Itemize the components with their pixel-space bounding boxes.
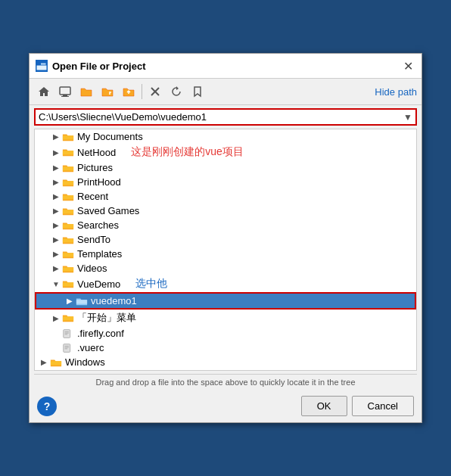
path-input[interactable] bbox=[39, 111, 403, 123]
svg-rect-3 bbox=[60, 87, 70, 95]
button-bar: ? OK Cancel bbox=[30, 390, 421, 422]
toolbar: Hide path bbox=[30, 79, 421, 105]
item-label: NetHood bbox=[77, 147, 116, 158]
expand-arrow: ▶ bbox=[50, 148, 62, 157]
tree-item-printhood[interactable]: ▶ PrintHood bbox=[35, 175, 416, 189]
folder-icon bbox=[62, 235, 74, 245]
dialog-icon bbox=[36, 60, 48, 72]
folder2-button[interactable] bbox=[98, 82, 117, 101]
folder-icon bbox=[62, 220, 74, 231]
tree-item-recent[interactable]: ▶ Recent bbox=[35, 189, 416, 204]
file-icon bbox=[62, 328, 74, 339]
item-label: Recent bbox=[77, 191, 108, 202]
tree-item-vuedemo1[interactable]: ▶ vuedemo1 bbox=[35, 292, 416, 310]
tree-item-pictures[interactable]: ▶ Pictures bbox=[35, 160, 416, 175]
folder-icon bbox=[62, 147, 74, 157]
status-text: Drag and drop a file into the space abov… bbox=[95, 378, 355, 387]
expand-arrow: ▶ bbox=[50, 221, 62, 229]
folder-icon bbox=[62, 249, 74, 260]
folder-icon bbox=[62, 313, 74, 323]
item-label: VueDemo bbox=[77, 278, 120, 290]
toolbar-separator bbox=[142, 84, 142, 99]
tree-item-nethood[interactable]: ▶ NetHood 这是刚刚创建的vue项目 bbox=[35, 144, 416, 160]
path-dropdown-button[interactable]: ▼ bbox=[403, 112, 412, 123]
item-label: Windows bbox=[65, 356, 105, 368]
item-label: Pictures bbox=[77, 162, 113, 173]
folder-icon bbox=[62, 163, 74, 173]
expand-arrow: ▶ bbox=[50, 250, 62, 258]
desktop-button[interactable] bbox=[55, 82, 75, 101]
svg-rect-5 bbox=[61, 96, 69, 97]
status-bar: Drag and drop a file into the space abov… bbox=[34, 374, 417, 390]
item-label: Saved Games bbox=[77, 205, 139, 216]
cancel-button[interactable]: Cancel bbox=[352, 396, 414, 416]
title-bar: Open File or Project ✕ bbox=[30, 54, 421, 79]
file-tree[interactable]: ▶ My Documents ▶ NetHood 这是刚刚创建的vue项目 ▶ … bbox=[34, 129, 417, 371]
select-annotation: 选中他 bbox=[135, 277, 167, 291]
folder-icon bbox=[62, 177, 74, 188]
svg-rect-8 bbox=[64, 329, 70, 338]
tree-item-vuerc[interactable]: .vuerc bbox=[35, 341, 416, 355]
item-label: vuedemo1 bbox=[91, 295, 137, 306]
help-button[interactable]: ? bbox=[37, 397, 57, 416]
home-button[interactable] bbox=[34, 82, 54, 101]
folder3-button[interactable] bbox=[119, 82, 138, 101]
bookmark-button[interactable] bbox=[188, 82, 207, 101]
tree-item-firefly-conf[interactable]: .firefly.conf bbox=[35, 326, 416, 341]
item-label: .firefly.conf bbox=[77, 328, 124, 339]
item-label: Videos bbox=[77, 263, 107, 274]
expand-arrow: ▶ bbox=[64, 297, 76, 305]
expand-arrow: ▶ bbox=[50, 163, 62, 172]
expand-arrow: ▶ bbox=[50, 314, 62, 322]
delete-button[interactable] bbox=[145, 82, 165, 101]
expand-arrow: ▶ bbox=[50, 264, 62, 272]
item-label: .vuerc bbox=[77, 342, 104, 353]
path-bar: ▼ bbox=[34, 108, 417, 126]
tree-item-sendto[interactable]: ▶ SendTo bbox=[35, 232, 416, 247]
expand-arrow: ▶ bbox=[50, 178, 62, 186]
close-button[interactable]: ✕ bbox=[400, 58, 415, 73]
tree-item-my-documents[interactable]: ▶ My Documents bbox=[35, 129, 416, 144]
vue-annotation: 这是刚刚创建的vue项目 bbox=[131, 145, 244, 159]
tree-item-windows[interactable]: ▶ Windows bbox=[35, 355, 416, 369]
item-label: 「开始」菜单 bbox=[77, 311, 136, 325]
svg-rect-2 bbox=[36, 65, 47, 70]
item-label: SendTo bbox=[77, 234, 110, 245]
hide-path-link[interactable]: Hide path bbox=[375, 86, 417, 98]
folder-icon bbox=[50, 357, 62, 368]
item-label: Searches bbox=[77, 219, 119, 231]
svg-rect-4 bbox=[63, 95, 67, 96]
folder-icon bbox=[62, 206, 74, 216]
expand-arrow: ▶ bbox=[50, 207, 62, 215]
folder-icon bbox=[62, 191, 74, 202]
folder-button[interactable] bbox=[76, 82, 96, 101]
tree-item-saved-games[interactable]: ▶ Saved Games bbox=[35, 204, 416, 218]
expand-arrow: ▶ bbox=[50, 235, 62, 244]
folder-icon bbox=[62, 263, 74, 274]
item-label: PrintHood bbox=[77, 176, 121, 188]
svg-rect-12 bbox=[64, 344, 70, 352]
tree-item-templates[interactable]: ▶ Templates bbox=[35, 247, 416, 261]
ok-button[interactable]: OK bbox=[301, 396, 347, 416]
tree-item-searches[interactable]: ▶ Searches bbox=[35, 218, 416, 232]
tree-item-videos[interactable]: ▶ Videos bbox=[35, 261, 416, 275]
expand-arrow: ▶ bbox=[50, 192, 62, 201]
folder-icon bbox=[62, 278, 74, 289]
item-label: My Documents bbox=[77, 131, 143, 142]
item-label: Templates bbox=[77, 248, 122, 260]
expand-arrow: ▼ bbox=[50, 280, 62, 288]
expand-arrow: ▶ bbox=[38, 358, 50, 366]
tree-item-vuedemo[interactable]: ▼ VueDemo 选中他 bbox=[35, 275, 416, 292]
refresh-button[interactable] bbox=[166, 82, 186, 101]
dialog-title: Open File or Project bbox=[52, 61, 396, 72]
open-file-dialog: Open File or Project ✕ Hide path bbox=[29, 53, 422, 423]
tree-item-start-menu[interactable]: ▶ 「开始」菜单 bbox=[35, 310, 416, 326]
folder-icon bbox=[76, 296, 88, 306]
folder-icon bbox=[62, 132, 74, 142]
expand-arrow: ▶ bbox=[50, 132, 62, 141]
file-icon bbox=[62, 343, 74, 353]
